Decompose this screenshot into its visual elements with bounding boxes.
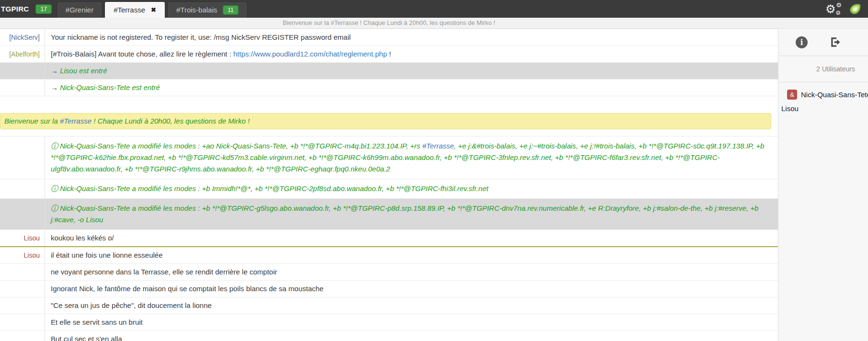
message-link[interactable]: https://www.poudlard12.com/chat/reglemen…	[233, 50, 387, 58]
message-row-unread-marker: Lisou il était une fois une lionne esseu…	[0, 246, 778, 263]
message-row: Ignorant Nick, le fantôme de maison qui …	[0, 280, 778, 297]
message-nick	[0, 264, 45, 280]
message-row: [Abelforth] [#Trois-Balais] Avant toute …	[0, 45, 778, 62]
message-text: But cul sec et s'en alla	[45, 331, 778, 341]
message-nick	[0, 331, 45, 341]
settings-gears-icon[interactable]: ⚙⚙⚙	[825, 3, 842, 15]
mode-change-text: ⓘ Nick-Quasi-Sans-Tete a modifié les mod…	[45, 199, 778, 229]
message-nick[interactable]: [Abelforth]	[0, 46, 45, 62]
sidebar-header: i	[778, 29, 868, 56]
tab-label: #Trois-balais	[176, 6, 217, 14]
join-event-row: → Nick-Quasi-Sans-Tete est entré	[0, 79, 778, 96]
user-list-item[interactable]: Lisou	[778, 102, 868, 115]
leave-channel-icon[interactable]	[830, 36, 842, 48]
user-nick: Nick-Quasi-Sans-Tete	[801, 91, 868, 99]
message-nick[interactable]: Lisou	[0, 230, 45, 246]
message-text: [#Trois-Balais] Avant toute chose, allez…	[45, 46, 778, 62]
tab-trois-balais[interactable]: #Trois-balais 11	[167, 1, 248, 18]
channel-topic-text: Bienvenue sur la #Terrasse ! Chaque Lund…	[283, 19, 495, 26]
network-brand[interactable]: TGPIRC 17	[0, 0, 57, 18]
message-nick	[0, 136, 45, 179]
user-nick: Lisou	[781, 104, 799, 113]
message-text: il était une fois une lionne esseulée	[45, 247, 778, 263]
kiwiirc-window: TGPIRC 17 #Grenier #Terrasse ✖ #Trois-ba…	[0, 0, 868, 341]
message-text: koukou les kékés o/	[45, 230, 778, 246]
message-text: ne voyant personne dans la Terrasse, ell…	[45, 264, 778, 280]
user-count: 2 Utilisateurs	[778, 56, 868, 82]
message-link[interactable]: #Terrasse	[60, 117, 91, 125]
topbar-actions: ⚙⚙⚙	[825, 0, 868, 18]
tab-label: #Terrasse	[114, 6, 145, 14]
join-event-row: → Lisou est entré	[0, 62, 778, 79]
tab-terrasse[interactable]: #Terrasse ✖	[104, 1, 165, 18]
channel-info-icon[interactable]: i	[796, 36, 808, 48]
kiwiirc-logo-icon[interactable]	[848, 2, 861, 15]
user-count-label: 2 Utilisateurs	[816, 65, 855, 73]
message-nick	[0, 199, 45, 229]
user-list-item[interactable]: & Nick-Quasi-Sans-Tete	[778, 87, 868, 102]
user-list[interactable]: & Nick-Quasi-Sans-Tete Lisou	[778, 82, 868, 115]
message-nick	[0, 297, 45, 314]
message-text: Ignorant Nick, le fantôme de maison qui …	[45, 281, 778, 297]
tab-grenier[interactable]: #Grenier	[57, 1, 103, 18]
message-link[interactable]: #Terrasse	[422, 142, 454, 150]
message-nick	[0, 179, 45, 198]
message-list[interactable]: [NickServ] Your nickname is not register…	[0, 29, 778, 341]
tab-unread-badge: 11	[223, 5, 238, 15]
message-nick[interactable]: [NickServ]	[0, 29, 45, 45]
join-event-text: → Nick-Quasi-Sans-Tete est entré	[45, 80, 778, 96]
message-nick	[0, 281, 45, 297]
message-row: "Ce sera un jus de pêche", dit doucement…	[0, 297, 778, 314]
message-row: Et elle se servit sans un bruit	[0, 314, 778, 330]
message-nick	[0, 80, 45, 96]
network-name: TGPIRC	[1, 5, 29, 13]
message-nick	[0, 314, 45, 330]
mode-change-row: ⓘ Nick-Quasi-Sans-Tete a modifié les mod…	[0, 198, 778, 229]
network-tab-bar: TGPIRC 17 #Grenier #Terrasse ✖ #Trois-ba…	[0, 0, 868, 18]
message-row: Lisou koukou les kékés o/	[0, 229, 778, 246]
channel-welcome-banner: Bienvenue sur la #Terrasse ! Chaque Lund…	[0, 113, 771, 129]
main-area: [NickServ] Your nickname is not register…	[0, 29, 868, 341]
message-row: [NickServ] Your nickname is not register…	[0, 29, 778, 45]
channel-sidebar: i 2 Utilisateurs & Nick-Quasi-Sans-Tete …	[778, 29, 868, 341]
mode-change-row: ⓘ Nick-Quasi-Sans-Tete a modifié les mod…	[0, 179, 778, 198]
banner-text: Bienvenue sur la #Terrasse ! Chaque Lund…	[4, 116, 767, 126]
channel-tabs: #Grenier #Terrasse ✖ #Trois-balais 11	[57, 0, 248, 18]
join-event-text: → Lisou est entré	[45, 63, 778, 79]
message-text: "Ce sera un jus de pêche", dit doucement…	[45, 297, 778, 314]
spacer-row	[0, 96, 778, 113]
message-nick	[0, 63, 45, 79]
mode-change-text: ⓘ Nick-Quasi-Sans-Tete a modifié les mod…	[45, 136, 778, 179]
admin-mode-badge: &	[787, 90, 797, 100]
close-tab-icon[interactable]: ✖	[151, 6, 156, 13]
message-text: Your nickname is not registered. To regi…	[45, 29, 778, 45]
network-unread-badge: 17	[35, 4, 51, 14]
mode-change-row: ⓘ Nick-Quasi-Sans-Tete a modifié les mod…	[0, 136, 778, 179]
channel-topic-bar[interactable]: Bienvenue sur la #Terrasse ! Chaque Lund…	[0, 18, 868, 29]
message-nick[interactable]: Lisou	[0, 247, 45, 263]
message-text: Et elle se servit sans un bruit	[45, 314, 778, 330]
message-row: But cul sec et s'en alla	[0, 330, 778, 341]
mode-change-text: ⓘ Nick-Quasi-Sans-Tete a modifié les mod…	[45, 179, 778, 198]
message-row: ne voyant personne dans la Terrasse, ell…	[0, 263, 778, 280]
tab-label: #Grenier	[66, 6, 93, 14]
